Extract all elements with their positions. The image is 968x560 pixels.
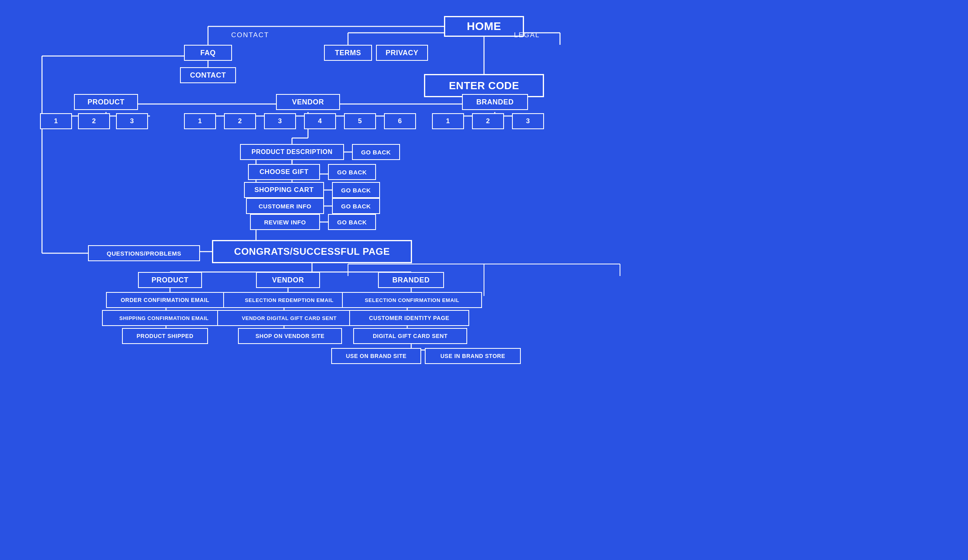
shopping-cart-node: SHOPPING CART (244, 182, 324, 198)
product-num-3: 3 (116, 113, 148, 129)
vendor-sub-node: VENDOR (256, 272, 320, 288)
branded-sub-node: BRANDED (378, 272, 444, 288)
review-info-node: REVIEW INFO (250, 214, 320, 230)
branded-num-2: 2 (472, 113, 504, 129)
vendor-num-1: 1 (184, 113, 216, 129)
go-back-3: GO BACK (332, 182, 380, 198)
use-in-store-node: USE IN BRAND STORE (425, 348, 521, 364)
contact-label: CONTACT (231, 31, 269, 39)
product-num-2: 2 (78, 113, 110, 129)
vendor-gift-card-node: VENDOR DIGITAL GIFT CARD SENT (217, 310, 361, 326)
go-back-1: GO BACK (352, 144, 400, 160)
branded-num-1: 1 (432, 113, 464, 129)
vendor-num-4: 4 (304, 113, 336, 129)
choose-gift-node: CHOOSE GIFT (248, 164, 320, 180)
selection-redemption-node: SELECTION REDEMPTION EMAIL (223, 292, 355, 308)
selection-confirm-node: SELECTION CONFIRMATION EMAIL (342, 292, 482, 308)
legal-label: LEGAL (514, 31, 540, 39)
home-node: HOME (444, 16, 524, 37)
branded-top-node: BRANDED (462, 94, 528, 110)
product-top-node: PRODUCT (74, 94, 138, 110)
product-num-1: 1 (40, 113, 72, 129)
product-shipped-node: PRODUCT SHIPPED (122, 328, 208, 344)
customer-info-node: CUSTOMER INFO (246, 198, 324, 214)
use-on-brand-node: USE ON BRAND SITE (331, 348, 421, 364)
shop-vendor-node: SHOP ON VENDOR SITE (238, 328, 342, 344)
product-sub-node: PRODUCT (138, 272, 202, 288)
vendor-num-3: 3 (264, 113, 296, 129)
privacy-node: PRIVACY (376, 45, 428, 61)
vendor-num-2: 2 (224, 113, 256, 129)
questions-problems-node: QUESTIONS/PROBLEMS (88, 245, 200, 261)
faq-node: FAQ (184, 45, 232, 61)
go-back-5: GO BACK (328, 214, 376, 230)
contact-node: CONTACT (180, 67, 236, 83)
vendor-top-node: VENDOR (276, 94, 340, 110)
terms-node: TERMS (324, 45, 372, 61)
customer-identity-node: CUSTOMER IDENTITY PAGE (349, 310, 469, 326)
branded-num-3: 3 (512, 113, 544, 129)
digital-gift-card-node: DIGITAL GIFT CARD SENT (353, 328, 467, 344)
vendor-num-5: 5 (344, 113, 376, 129)
go-back-2: GO BACK (328, 164, 376, 180)
order-confirm-node: ORDER CONFIRMATION EMAIL (106, 292, 224, 308)
product-desc-node: PRODUCT DESCRIPTION (240, 144, 344, 160)
vendor-num-6: 6 (384, 113, 416, 129)
shipping-confirm-node: SHIPPING CONFIRMATION EMAIL (102, 310, 226, 326)
go-back-4: GO BACK (332, 198, 380, 214)
congrats-node: CONGRATS/SUCCESSFUL PAGE (212, 240, 412, 263)
